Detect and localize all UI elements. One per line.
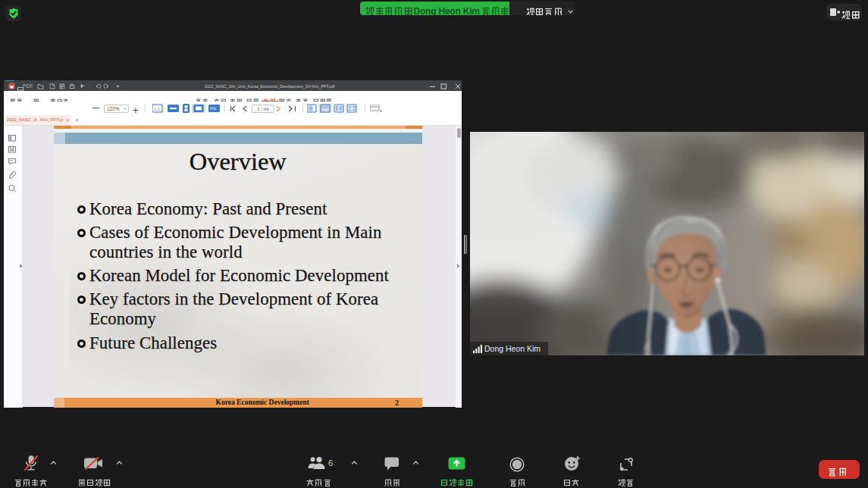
svg-text:FAL: FAL xyxy=(210,106,217,111)
svg-text:1:1: 1:1 xyxy=(154,107,160,111)
